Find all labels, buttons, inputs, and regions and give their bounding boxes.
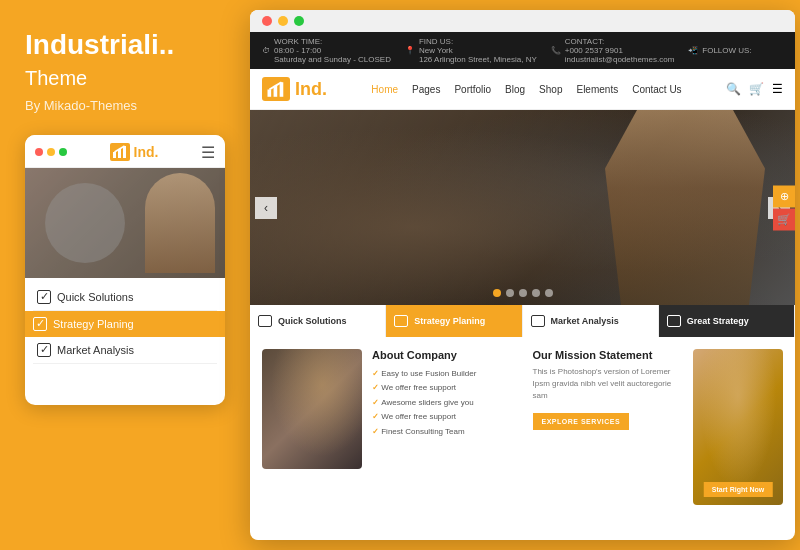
- mobile-logo-svg: [112, 145, 128, 159]
- work-time-info: ⏱ WORK TIME: 08:00 - 17:00 Saturday and …: [262, 37, 391, 64]
- mobile-tab-market-analysis[interactable]: ✓ Market Analysis: [33, 337, 217, 364]
- mobile-dot-red: [35, 148, 43, 156]
- hero-dots: [493, 289, 553, 297]
- tab-market-analysis[interactable]: Market Analysis: [523, 305, 659, 337]
- contact-info: 📞 CONTACT: +000 2537 9901 industrialist@…: [551, 37, 675, 64]
- hero-person: [605, 110, 765, 305]
- site-hero: ⊕ 🛒 ‹ ›: [250, 110, 795, 305]
- browser-dot-red[interactable]: [262, 16, 272, 26]
- checklist-item-5: Finest Consulting Team: [372, 425, 523, 439]
- mobile-dot-green: [59, 148, 67, 156]
- mission-text: This is Photoshop's version of Loremer I…: [533, 366, 684, 402]
- mobile-hero-image: [25, 168, 225, 278]
- about-title: About Company: [372, 349, 523, 361]
- hero-dot-3[interactable]: [519, 289, 527, 297]
- mobile-tab-icon-strategy: ✓: [33, 317, 47, 331]
- location-icon: 📍: [405, 46, 415, 55]
- contact-label: CONTACT:: [565, 37, 675, 46]
- find-address: 126 Arlington Street, Minesia, NY: [419, 55, 537, 64]
- hero-dot-1[interactable]: [493, 289, 501, 297]
- search-icon[interactable]: 🔍: [726, 82, 741, 96]
- work-days: Saturday and Sunday - CLOSED: [274, 55, 391, 64]
- side-buttons: ⊕ 🛒: [773, 185, 795, 230]
- mobile-logo-text: Ind.: [134, 144, 159, 160]
- section-tabs: Quick Solutions Strategy Planing Market …: [250, 305, 795, 337]
- mobile-tab-icon-quick: ✓: [37, 290, 51, 304]
- mobile-logo: Ind.: [110, 143, 159, 161]
- tab-icon-strategy: [394, 315, 408, 327]
- mobile-tab-strategy-planing[interactable]: ✓ Strategy Planing: [25, 311, 225, 337]
- browser-dot-yellow[interactable]: [278, 16, 288, 26]
- site-logo-text: Ind.: [295, 79, 327, 100]
- checklist-item-3: Awesome sliders give you: [372, 396, 523, 410]
- contact-phone: +000 2537 9901: [565, 46, 675, 55]
- hero-prev-button[interactable]: ‹: [255, 197, 277, 219]
- follow-info: 📲 FOLLOW US:: [688, 46, 751, 55]
- theme-title: Industriali..: [25, 30, 215, 61]
- site-logo: Ind.: [262, 77, 327, 101]
- theme-author: By Mikado-Themes: [25, 98, 215, 113]
- mobile-logo-icon: [110, 143, 130, 161]
- phone-icon: 📞: [551, 46, 561, 55]
- content-right-image: Start Right Now: [693, 349, 783, 505]
- nav-home[interactable]: Home: [371, 84, 398, 95]
- hero-dot-5[interactable]: [545, 289, 553, 297]
- site-nav-icons: 🔍 🛒 ☰: [726, 82, 783, 96]
- nav-pages[interactable]: Pages: [412, 84, 440, 95]
- nav-blog[interactable]: Blog: [505, 84, 525, 95]
- site-top-info-bar: ⏱ WORK TIME: 08:00 - 17:00 Saturday and …: [250, 32, 795, 69]
- svg-rect-0: [113, 152, 116, 158]
- content-mission: Our Mission Statement This is Photoshop'…: [533, 349, 684, 505]
- checklist-item-2: We offer free support: [372, 381, 523, 395]
- start-right-now-button[interactable]: Start Right Now: [704, 482, 773, 497]
- nav-contact[interactable]: Contact Us: [632, 84, 681, 95]
- cart-icon[interactable]: 🛒: [749, 82, 764, 96]
- mobile-dot-yellow: [47, 148, 55, 156]
- svg-rect-2: [123, 146, 126, 158]
- mobile-traffic-lights: [35, 148, 67, 156]
- browser-top-bar: [250, 10, 795, 32]
- mobile-top-bar: Ind. ☰: [25, 135, 225, 168]
- find-label: FIND US:: [419, 37, 537, 46]
- menu-icon[interactable]: ☰: [772, 82, 783, 96]
- svg-rect-3: [268, 89, 272, 96]
- social-icon: 📲: [688, 46, 698, 55]
- mobile-tab-icon-market: ✓: [37, 343, 51, 357]
- theme-subtitle: Theme: [25, 67, 215, 90]
- hero-dot-4[interactable]: [532, 289, 540, 297]
- site-content: About Company Easy to use Fusion Builder…: [250, 337, 795, 517]
- nav-shop[interactable]: Shop: [539, 84, 562, 95]
- nav-portfolio[interactable]: Portfolio: [454, 84, 491, 95]
- browser-dot-green[interactable]: [294, 16, 304, 26]
- side-btn-bottom[interactable]: 🛒: [773, 208, 795, 230]
- nav-elements[interactable]: Elements: [576, 84, 618, 95]
- tab-quick-solutions[interactable]: Quick Solutions: [250, 305, 386, 337]
- tab-great-strategy[interactable]: Great Strategy: [659, 305, 795, 337]
- tab-icon-quick: [258, 315, 272, 327]
- browser-mockup: ⏱ WORK TIME: 08:00 - 17:00 Saturday and …: [250, 10, 795, 540]
- site-nav: Home Pages Portfolio Blog Shop Elements …: [371, 84, 681, 95]
- work-hours: 08:00 - 17:00: [274, 46, 391, 55]
- explore-services-button[interactable]: EXPLORE SERVICES: [533, 413, 630, 430]
- mobile-tab-quick-solutions[interactable]: ✓ Quick Solutions: [33, 284, 217, 311]
- svg-rect-5: [280, 82, 284, 97]
- checklist-item-1: Easy to use Fusion Builder: [372, 367, 523, 381]
- find-city: New York: [419, 46, 537, 55]
- find-us-info: 📍 FIND US: New York 126 Arlington Street…: [405, 37, 537, 64]
- side-btn-top[interactable]: ⊕: [773, 185, 795, 207]
- hero-dot-2[interactable]: [506, 289, 514, 297]
- mobile-mockup: Ind. ☰ ✓ Quick Solutions ✓ Strategy Plan…: [25, 135, 225, 405]
- site-logo-icon: [262, 77, 290, 101]
- mission-title: Our Mission Statement: [533, 349, 684, 361]
- mobile-person-silhouette: [145, 173, 215, 273]
- content-about-image: [262, 349, 362, 469]
- tab-icon-great: [667, 315, 681, 327]
- mobile-hamburger-button[interactable]: ☰: [201, 143, 215, 162]
- left-panel: Industriali.. Theme By Mikado-Themes: [0, 0, 240, 550]
- tab-icon-market: [531, 315, 545, 327]
- site-logo-nav: Ind. Home Pages Portfolio Blog Shop Elem…: [250, 69, 795, 110]
- checklist-item-4: We offer free support: [372, 410, 523, 424]
- mobile-tabs: ✓ Quick Solutions ✓ Strategy Planing ✓ M…: [25, 278, 225, 370]
- tab-strategy-planing[interactable]: Strategy Planing: [386, 305, 522, 337]
- work-label: WORK TIME:: [274, 37, 391, 46]
